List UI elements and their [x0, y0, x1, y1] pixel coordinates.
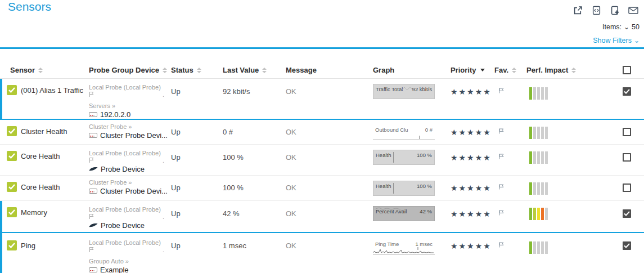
priority-stars[interactable]: ★★★★★ [451, 233, 494, 273]
sensor-name-link[interactable]: (001) Alias 1 Traffic [21, 85, 83, 95]
last-value: 100 % [223, 145, 286, 175]
device-link[interactable]: Example [100, 266, 129, 273]
probe-device-icon [89, 222, 98, 229]
table-row[interactable]: Core Health Local Probe (Local Probe) . … [0, 145, 644, 176]
sensor-name-link[interactable]: Memory [21, 207, 47, 217]
column-header-status[interactable]: Status [171, 66, 223, 74]
row-checkbox[interactable] [623, 153, 631, 162]
favorite-flag-icon[interactable] [494, 120, 526, 144]
table-header-row: Sensor Probe Group Device Status Last Va… [0, 62, 644, 79]
column-header-perf-impact[interactable]: Perf. Impact [526, 66, 611, 74]
favorite-flag-icon[interactable] [494, 233, 526, 273]
graph-value: 0 # [425, 127, 433, 140]
column-header-priority[interactable]: Priority [451, 66, 494, 74]
probe-link[interactable]: Cluster Probe » [89, 179, 171, 186]
device-link[interactable]: Cluster Probe Devi... [100, 132, 168, 139]
column-header-probe[interactable]: Probe Group Device [89, 66, 171, 74]
show-filters-toggle[interactable]: Show Filters ⌄ [593, 37, 640, 44]
priority-stars[interactable]: ★★★★★ [451, 79, 494, 119]
priority-stars[interactable]: ★★★★★ [451, 176, 494, 200]
perf-impact-meter [526, 145, 611, 175]
perf-impact-meter [526, 233, 611, 273]
perf-impact-meter [526, 79, 611, 119]
sensors-page: Sensors Items: ⌄ 50 Show Filters ⌄ Senso… [0, 0, 644, 273]
items-per-page[interactable]: Items: ⌄ 50 [602, 23, 640, 31]
mini-graph[interactable]: Health 100 % [373, 150, 435, 165]
chevron-down-icon: ⌄ [634, 38, 640, 43]
device-icon [89, 111, 97, 118]
table-row[interactable]: (001) Alias 1 Traffic Local Probe (Local… [0, 79, 644, 120]
message-value: OK [286, 79, 373, 119]
last-value: 1 msec [223, 233, 286, 273]
row-checkbox[interactable] [623, 209, 631, 218]
sensor-status-ok-icon [7, 85, 17, 95]
perf-impact-meter [526, 201, 611, 232]
probe-link[interactable]: Local Probe (Local Probe) [89, 206, 171, 213]
group-link[interactable]: Groupo Auto » [89, 258, 171, 265]
favorite-flag-icon[interactable] [494, 79, 526, 119]
table-row[interactable]: Memory Local Probe (Local Probe) . Probe… [0, 201, 644, 233]
mini-graph[interactable]: Traffic Total 92 kbit/s [373, 84, 435, 99]
group-link[interactable]: Servers » [89, 102, 171, 110]
priority-stars[interactable]: ★★★★★ [451, 145, 494, 175]
items-count: 50 [632, 23, 640, 31]
graph-label: Health [376, 183, 391, 195]
mini-graph[interactable]: Ping Time 1 msec [373, 239, 435, 254]
sort-icon [38, 68, 43, 73]
device-link[interactable]: Probe Device [101, 165, 145, 173]
chevron-down-icon[interactable]: ⌄ [624, 24, 629, 30]
device-link[interactable]: Cluster Probe Devi... [100, 187, 168, 195]
mini-graph[interactable]: Percent Avail 42 % [373, 206, 435, 221]
probe-flag-icon [89, 91, 95, 99]
sensor-name-link[interactable]: Core Health [21, 182, 60, 191]
sensor-status-ok-icon [7, 240, 17, 250]
xml-file-icon[interactable] [591, 5, 601, 15]
message-value: OK [286, 201, 373, 232]
table-row[interactable]: Cluster Health Cluster Probe » Cluster P… [0, 120, 644, 145]
select-all-checkbox[interactable] [623, 66, 631, 74]
graph-label: Health [376, 152, 391, 164]
sensor-status-ok-icon [7, 151, 17, 161]
probe-link[interactable]: Local Probe (Local Probe) [89, 150, 171, 157]
column-header-graph[interactable]: Graph [373, 66, 451, 74]
priority-stars[interactable]: ★★★★★ [451, 120, 494, 144]
favorite-flag-icon[interactable] [494, 145, 526, 175]
perf-impact-meter [526, 176, 611, 200]
sort-icon [163, 68, 167, 73]
show-filters-label: Show Filters [593, 37, 632, 44]
probe-link[interactable]: Local Probe (Local Probe) [89, 84, 171, 91]
mini-graph[interactable]: Outbound Clu 0 # [373, 125, 435, 140]
page-title: Sensors [8, 0, 51, 14]
device-link[interactable]: Probe Device [101, 222, 145, 229]
add-file-icon[interactable] [610, 5, 620, 15]
favorite-flag-icon[interactable] [494, 201, 526, 232]
row-checkbox[interactable] [623, 128, 631, 136]
device-icon [89, 266, 97, 273]
column-header-sensor[interactable]: Sensor [0, 66, 89, 74]
sensor-name-link[interactable]: Cluster Health [21, 126, 67, 136]
column-header-fav[interactable]: Fav. [494, 66, 526, 74]
probe-link[interactable]: Local Probe (Local Probe) [89, 239, 171, 247]
message-value: OK [286, 176, 373, 200]
sensor-name-link[interactable]: Core Health [21, 151, 60, 160]
table-row[interactable]: Core Health Cluster Probe » Cluster Prob… [0, 176, 644, 201]
mini-graph[interactable]: Health 100 % [373, 181, 435, 196]
probe-flag-icon [89, 213, 95, 221]
probe-link[interactable]: Cluster Probe » [89, 123, 171, 131]
table-row[interactable]: Ping Local Probe (Local Probe) . Groupo … [0, 233, 644, 273]
toolbar [573, 5, 638, 15]
column-header-message[interactable]: Message [286, 66, 373, 74]
last-value: 92 kbit/s [223, 79, 286, 119]
priority-stars[interactable]: ★★★★★ [451, 201, 494, 232]
device-link[interactable]: 192.0.2.0 [100, 111, 130, 118]
row-checkbox[interactable] [623, 241, 631, 250]
status-value: Up [171, 201, 223, 232]
email-icon[interactable] [628, 5, 638, 15]
row-checkbox[interactable] [623, 184, 631, 192]
open-external-icon[interactable] [573, 5, 583, 15]
column-header-last-value[interactable]: Last Value [223, 66, 286, 74]
sensor-name-link[interactable]: Ping [21, 240, 35, 250]
favorite-flag-icon[interactable] [494, 176, 526, 200]
row-checkbox[interactable] [623, 87, 631, 96]
probe-suffix: . [163, 91, 164, 99]
